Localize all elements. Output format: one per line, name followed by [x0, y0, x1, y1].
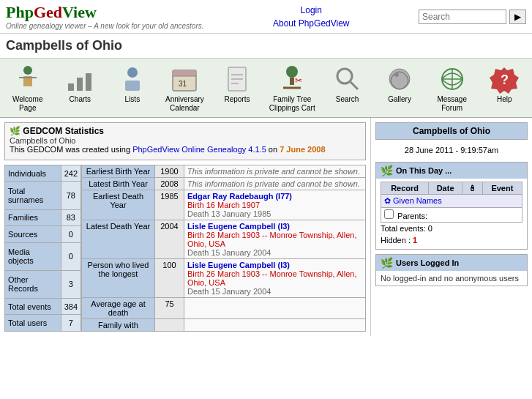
stats-value-media: 0	[61, 242, 80, 270]
latest-death-year: 2004	[155, 220, 184, 259]
date-link[interactable]: 7 June 2008	[280, 145, 325, 154]
on-this-day-table: Record Date 🕯 Event ✿ Given Names Par	[381, 182, 522, 223]
stats-label-surnames: Total surnames	[5, 182, 61, 209]
table-row: Media objects 0	[5, 242, 81, 270]
nav-welcome-label: Welcome Page	[3, 95, 53, 113]
header: PhpGedView Online genealogy viewer – A n…	[0, 0, 532, 34]
total-events: Total events: 0	[381, 223, 522, 234]
nav-search-label: Search	[336, 95, 359, 104]
family-with-label: Family with	[82, 319, 155, 332]
stats-label-sources: Sources	[5, 226, 61, 242]
birth-info-1: Birth 16 March 1907	[187, 201, 260, 209]
lists-icon	[116, 63, 149, 95]
stats-value-individuals: 242	[61, 165, 80, 182]
earliest-birth-year: 1900	[155, 165, 184, 178]
table-row: Total users 7	[5, 315, 81, 332]
nav-search[interactable]: Search	[323, 63, 372, 104]
search-nav-icon	[331, 63, 364, 95]
search-input[interactable]	[419, 10, 506, 24]
logo-subtitle: Online genealogy viewer – A new look for…	[6, 22, 204, 30]
stats-container: Individuals 242 Total surnames 78 Famili…	[4, 165, 366, 332]
table-row: Person who lived the longest 100 Lisle E…	[82, 259, 366, 298]
avg-age-label: Average age at death	[82, 298, 155, 319]
nav-reports[interactable]: Reports	[212, 63, 262, 104]
svg-text:?: ?	[501, 72, 509, 87]
table-row: Earliest Death Year 1985 Edgar Ray Radeb…	[82, 190, 366, 220]
nav-charts[interactable]: Charts	[56, 63, 105, 104]
table-row: Record Date 🕯 Event	[381, 182, 522, 195]
stats-table: Individuals 242 Total surnames 78 Famili…	[4, 165, 81, 332]
nav-lists-label: Lists	[125, 95, 141, 104]
nav-reports-label: Reports	[224, 95, 250, 104]
pgv-link[interactable]: PhpGedView Online Genealogy 4.1.5	[132, 145, 266, 154]
earliest-birth-info: This information is private and cannot b…	[184, 165, 366, 178]
given-names-link[interactable]: ✿ Given Names	[384, 196, 442, 205]
logo-area: PhpGedView Online genealogy viewer – A n…	[6, 3, 204, 30]
search-area: ▶	[419, 10, 526, 24]
latest-death-info: Lisle Eugene Campbell (I3) Birth 26 Marc…	[184, 220, 366, 259]
table-row: Latest Birth Year 2008 This information …	[82, 178, 366, 190]
table-row: Average age at death 75	[82, 298, 366, 319]
earliest-birth-label: Earliest Birth Year	[82, 165, 155, 178]
nav-help[interactable]: ? Help	[479, 63, 529, 104]
given-names-row: ✿ Given Names	[381, 195, 522, 208]
stats-label-families: Families	[5, 209, 61, 225]
person-name-3[interactable]: Lisle Eugene Campbell (I3)	[187, 261, 290, 269]
table-row: Total surnames 78	[5, 182, 81, 209]
nav-gallery[interactable]: Gallery	[375, 63, 424, 104]
svg-point-0	[23, 66, 32, 75]
nav-messageforum-label: Message Forum	[427, 95, 477, 113]
birth-info-3: Birth 26 March 1903 -- Monroe Township, …	[187, 269, 357, 287]
table-row: Sources 0	[5, 226, 81, 242]
login-link[interactable]: Login	[301, 5, 322, 15]
header-nav: Login About PhpGedView	[273, 5, 350, 29]
person-name-2[interactable]: Lisle Eugene Campbell (I3)	[187, 222, 290, 231]
latest-birth-label: Latest Birth Year	[82, 178, 155, 190]
latest-birth-year: 2008	[155, 178, 184, 190]
welcome-icon	[12, 63, 44, 95]
nav-anniversary-label: Anniversary Calendar	[160, 95, 210, 113]
familytree-icon: ✂	[276, 63, 308, 95]
search-button[interactable]: ▶	[509, 10, 526, 24]
svg-rect-5	[86, 73, 91, 91]
death-info-2: Death 15 January 2004	[187, 248, 271, 257]
table-row: Families 83	[5, 209, 81, 225]
gedcom-created: This GEDCOM was created using PhpGedView…	[10, 145, 361, 154]
earliest-death-year: 1985	[155, 190, 184, 220]
gedcom-leaf-icon: 🌿	[10, 126, 20, 136]
nav-anniversary[interactable]: 31 Anniversary Calendar	[160, 63, 210, 113]
gedcom-name: Campbells of Ohio	[10, 136, 361, 145]
table-row: Family with	[82, 319, 366, 332]
stats-value-events: 384	[61, 299, 80, 315]
nav-lists[interactable]: Lists	[108, 63, 157, 104]
users-logged-section: 🌿 Users Logged In No logged-in and no an…	[375, 254, 528, 286]
longest-lived-info: Lisle Eugene Campbell (I3) Birth 26 Marc…	[184, 259, 366, 298]
birth-info-2: Birth 26 March 1903 -- Monroe Township, …	[187, 231, 357, 248]
navbar: Welcome Page Charts Lists 31 Anniversary…	[0, 59, 532, 118]
nav-familytree-label: Family Tree Clippings Cart	[265, 95, 320, 113]
svg-point-23	[394, 72, 399, 77]
nav-welcome[interactable]: Welcome Page	[3, 63, 53, 113]
messageforum-icon	[436, 63, 468, 95]
person-name-1[interactable]: Edgar Ray Radebaugh (I77)	[187, 192, 292, 201]
hidden-events: Hidden : 1	[381, 234, 522, 246]
svg-rect-3	[68, 83, 74, 91]
parents-checkbox[interactable]	[384, 209, 394, 219]
col-candle: 🕯	[462, 182, 482, 195]
stats-label-other: Other Records	[5, 270, 61, 298]
parents-row: Parents:	[381, 208, 522, 223]
col-event: Event	[482, 182, 522, 195]
right-panel-title: Campbells of Ohio	[375, 122, 528, 140]
nav-messageforum[interactable]: Message Forum	[427, 63, 477, 113]
longest-lived-label: Person who lived the longest	[82, 259, 155, 298]
help-icon: ?	[488, 63, 520, 95]
nav-familytree[interactable]: ✂ Family Tree Clippings Cart	[265, 63, 320, 113]
users-logged-header: 🌿 Users Logged In	[376, 255, 527, 271]
svg-rect-9	[173, 70, 196, 76]
nav-gallery-label: Gallery	[388, 95, 411, 104]
gedcom-stats: 🌿 GEDCOM Statistics Campbells of Ohio Th…	[4, 122, 366, 160]
stats-label-users: Total users	[5, 315, 61, 332]
about-link[interactable]: About PhpGedView	[273, 18, 350, 29]
earliest-death-label: Earliest Death Year	[82, 190, 155, 220]
gedcom-title: 🌿 GEDCOM Statistics	[10, 126, 361, 136]
